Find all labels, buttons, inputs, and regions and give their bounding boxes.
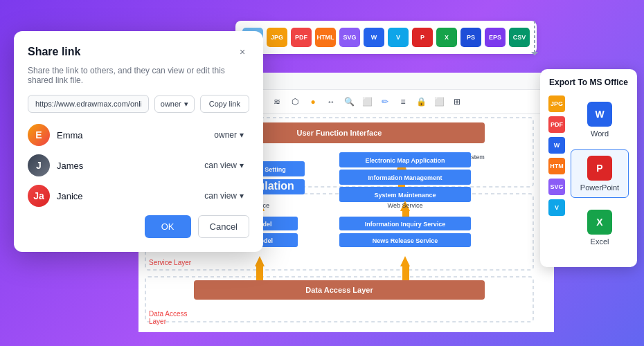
dialog-title: Share link [28,46,80,58]
small-icon-svg[interactable]: SVG [548,179,565,195]
export-powerpoint-icon: P [587,156,612,181]
tool-grid[interactable]: ⬜ [432,95,446,109]
export-excel[interactable]: X Excel [571,203,629,252]
role-dropdown-emma[interactable]: owner ▾ [208,127,249,143]
role-dropdown-james[interactable]: can view ▾ [199,158,249,173]
format-excel[interactable]: X [436,28,457,47]
svg-text:Layer: Layer [149,318,167,325]
export-powerpoint-label: PowerPoint [580,183,619,192]
export-panel: Export To MS Office JPG PDF W HTM SVG V … [540,69,637,267]
format-eps[interactable]: EPS [485,28,506,47]
format-jpg[interactable]: JPG [267,28,287,47]
format-pdf[interactable]: PDF [291,28,312,47]
tool-lock[interactable]: 🔒 [414,95,428,109]
format-word[interactable]: W [364,28,384,47]
export-word-icon: W [587,102,612,127]
user-row-james: J James can view ▾ [28,154,249,176]
tool-box[interactable]: ⬜ [360,95,374,109]
export-excel-icon: X [587,210,612,235]
svg-text:Web Service: Web Service [388,202,423,209]
format-powerpoint[interactable]: P [412,28,433,47]
small-icon-pdf[interactable]: PDF [548,116,565,133]
tool-wave[interactable]: ≋ [270,95,284,109]
export-powerpoint[interactable]: P PowerPoint [571,149,629,198]
small-icon-w[interactable]: W [548,137,565,154]
tool-search[interactable]: 🔍 [342,95,356,109]
svg-text:Information Management: Information Management [368,174,442,181]
link-input[interactable] [28,95,149,113]
export-word[interactable]: W Word [571,95,629,144]
export-word-label: Word [591,129,609,138]
format-buttons-row: TIFF JPG PDF HTML SVG W V P X PS EPS CSV [235,21,537,54]
small-icon-v[interactable]: V [548,199,565,216]
format-ps[interactable]: PS [460,28,481,47]
export-excel-label: Excel [591,237,609,246]
connector-arrow [528,21,542,55]
avatar-james: J [28,154,50,176]
svg-text:Information Inquiry Service: Information Inquiry Service [365,221,446,228]
svg-text:System Maintenance: System Maintenance [374,192,436,199]
format-v[interactable]: V [388,28,409,47]
close-button[interactable]: × [235,45,249,59]
svg-text:Data Access Layer: Data Access Layer [305,286,373,294]
dialog-header: Share link × [28,45,249,59]
user-name-james: James [57,161,192,171]
tool-connect[interactable]: ↔ [324,95,338,109]
export-main-items: W Word P PowerPoint X Excel [571,95,629,252]
cancel-button[interactable]: Cancel [198,215,249,238]
avatar-emma: E [28,124,50,146]
avatar-janice: Ja [28,185,50,207]
svg-rect-42 [402,266,409,280]
user-row-janice: Ja Janice can view ▾ [28,185,249,207]
small-icon-jpg[interactable]: JPG [548,95,565,112]
format-html[interactable]: HTML [315,28,336,47]
svg-marker-46 [531,52,538,55]
format-svg[interactable]: SVG [339,28,360,47]
owner-dropdown[interactable]: owner ▾ [154,95,195,113]
export-panel-title: Export To MS Office [548,78,629,87]
svg-marker-39 [255,256,265,266]
format-csv[interactable]: CSV [509,28,530,47]
svg-text:News Release Service: News Release Service [373,237,438,244]
user-name-janice: Janice [57,191,192,201]
link-row: owner ▾ Copy link [28,95,249,113]
copy-link-button[interactable]: Copy link [200,95,249,113]
tool-more[interactable]: ⊞ [450,95,464,109]
export-left-icons: JPG PDF W HTM SVG V W Word P PowerPoint … [548,95,629,252]
svg-text:Data Access: Data Access [149,310,188,318]
share-dialog: Share link × Share the link to others, a… [14,31,263,252]
ok-button[interactable]: OK [145,215,191,238]
tool-hex[interactable]: ⬡ [288,95,302,109]
tool-pen[interactable]: ✏ [378,95,392,109]
small-icon-html[interactable]: HTM [548,158,565,174]
dialog-description: Share the link to others, and they can v… [28,66,249,85]
user-name-emma: Emma [57,130,202,140]
export-small-icons: JPG PDF W HTM SVG V [548,95,565,252]
dialog-footer: OK Cancel [28,215,249,238]
svg-marker-41 [400,256,410,266]
svg-text:Electronic Map Application: Electronic Map Application [365,157,445,164]
svg-text:Service Layer: Service Layer [149,259,192,266]
svg-text:User Function Interface: User Function Interface [297,129,382,137]
svg-rect-40 [256,266,263,280]
tool-lines[interactable]: ≡ [396,95,410,109]
user-row-emma: E Emma owner ▾ [28,124,249,146]
role-dropdown-janice[interactable]: can view ▾ [199,188,249,203]
tool-color[interactable]: ● [306,95,320,109]
